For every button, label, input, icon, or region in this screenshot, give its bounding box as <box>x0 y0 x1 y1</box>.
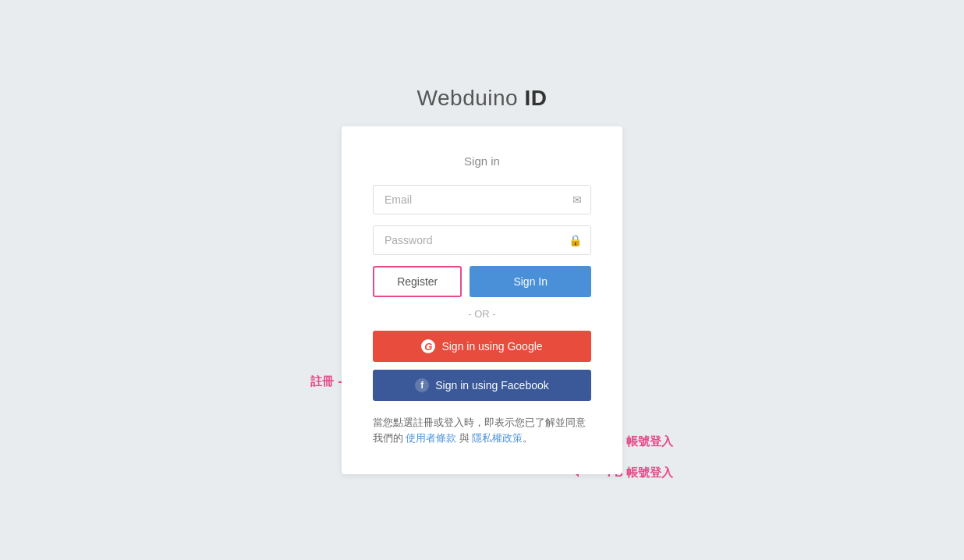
annotation-register-text: 註冊 <box>310 374 334 389</box>
email-icon: ✉ <box>572 193 582 206</box>
email-input-group: ✉ <box>373 185 591 214</box>
signin-button[interactable]: Sign In <box>470 266 591 297</box>
app-title-plain: Webduino <box>417 86 519 110</box>
lock-icon: 🔒 <box>569 234 582 246</box>
or-divider: - OR - <box>373 308 591 320</box>
facebook-signin-button[interactable]: f Sign in using Facebook <box>373 370 591 401</box>
action-buttons-row: Register Sign In <box>373 266 591 297</box>
terms-suffix: 。 <box>523 433 533 444</box>
privacy-link[interactable]: 隱私權政策 <box>472 433 523 444</box>
terms-mid: 與 <box>456 433 472 444</box>
facebook-f-icon: f <box>415 378 429 392</box>
terms-link[interactable]: 使用者條款 <box>406 433 456 444</box>
password-input[interactable] <box>373 225 591 255</box>
app-title: Webduino ID <box>417 86 548 111</box>
google-signin-label: Sign in using Google <box>441 340 542 353</box>
page-wrapper: Webduino ID 註冊 Google 帳號登入 FB 帳號登入 Sign … <box>0 86 964 474</box>
password-input-group: 🔒 <box>373 225 591 255</box>
app-title-bold: ID <box>524 86 547 110</box>
google-g-icon: G <box>421 339 435 353</box>
card-title: Sign in <box>373 154 591 168</box>
terms-text: 當您點選註冊或登入時，即表示您已了解並同意我們的 使用者條款 與 隱私權政策。 <box>373 415 591 446</box>
login-card: Sign in ✉ 🔒 Register Sign In - OR - G Si… <box>342 126 622 474</box>
facebook-signin-label: Sign in using Facebook <box>435 379 549 392</box>
register-button[interactable]: Register <box>373 266 462 297</box>
google-signin-button[interactable]: G Sign in using Google <box>373 331 591 362</box>
email-input[interactable] <box>373 185 591 214</box>
